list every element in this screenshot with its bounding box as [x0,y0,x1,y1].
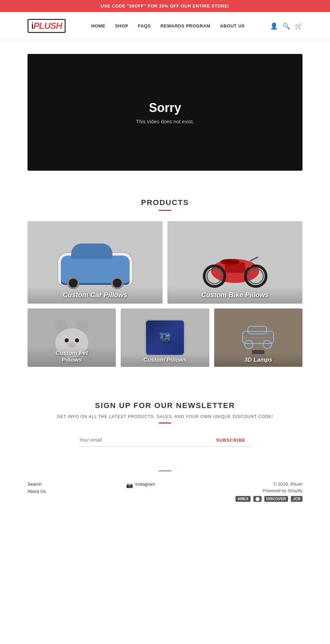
instagram-link[interactable]: Instagram [135,482,155,487]
title-underline [159,210,171,211]
footer-links: Search About Us 📷 Instagram © 2018, iPlu… [28,482,302,503]
products-title: PRODUCTS [28,198,302,207]
nav-icons: 👤 🔍 🛒 [270,22,302,30]
video-player: Sorry This video does not exist. [28,54,302,171]
logo[interactable]: iPLUSH [28,19,66,33]
newsletter-divider [159,422,171,423]
video-sorry-text: Sorry [149,101,181,115]
svg-point-12 [65,338,69,342]
email-input[interactable] [79,434,210,447]
products-grid-bottom: Custom PetPillows 🌃 Custom Pillows [28,308,302,367]
nav-shop[interactable]: SHOP [115,23,128,29]
instagram-icon: 📷 [126,482,133,488]
account-icon[interactable]: 👤 [270,22,278,30]
products-section: PRODUCTS Custom Car Pillows [0,184,330,381]
newsletter-subtitle: GET INFO ON ALL THE LATEST PRODUCTS, SAL… [28,414,302,419]
product-card-car[interactable]: Custom Car Pillows [28,221,163,304]
jcb-icon: JCB [291,496,302,502]
search-icon[interactable]: 🔍 [283,22,290,30]
discover-icon: DISCOVER [264,496,288,502]
footer-about-link[interactable]: About Us [28,489,46,494]
powered-text: Powered by Shopify [235,488,302,493]
newsletter-form: SUBSCRIBE [79,434,251,447]
newsletter-title: SIGN UP FOR OUR NEWSLETTER [28,401,302,410]
product-card-pet[interactable]: Custom PetPillows [28,308,116,367]
svg-point-19 [263,340,272,349]
subscribe-button[interactable]: SUBSCRIBE [210,434,251,447]
nav-about[interactable]: ABOUT US [220,23,245,29]
nav-faqs[interactable]: FAQS [138,23,151,29]
product-card-pillows[interactable]: 🌃 Custom Pillows [121,308,209,367]
footer-divider [159,471,171,471]
promo-banner: USE CODE "30OFF" FOR 30% OFF OUR ENTIRE … [0,0,330,12]
pet-product-label: Custom PetPillows [28,346,116,367]
svg-point-13 [75,338,79,342]
svg-line-7 [251,257,257,261]
logo-plush: PLUSH [33,21,62,31]
svg-point-18 [245,340,253,349]
amex-icon: AMEX [235,496,251,502]
main-nav: HOME SHOP FAQS REWARDS PROGRAM ABOUT US [91,23,245,29]
products-grid-top: Custom Car Pillows [28,221,302,304]
nav-home[interactable]: HOME [91,23,105,29]
lamps-product-label: 3D Lamps [214,353,302,367]
product-card-bike[interactable]: Custom Bike Pillows [167,221,302,304]
cart-icon[interactable]: 🛒 [295,22,302,30]
footer-right: © 2018, iPlush Powered by Shopify AMEX ⬤… [235,482,302,503]
copyright-text: © 2018, iPlush [235,482,302,487]
footer-left: Search About Us [28,482,46,496]
car-product-label: Custom Car Pillows [28,286,163,304]
newsletter-section: SIGN UP FOR OUR NEWSLETTER GET INFO ON A… [0,381,330,460]
payment-icons: AMEX ⬤ DISCOVER JCB [235,496,302,502]
pillows-product-label: Custom Pillows [121,353,209,367]
footer-search-link[interactable]: Search [28,482,46,487]
nav-rewards[interactable]: REWARDS PROGRAM [161,23,210,29]
footer-social[interactable]: 📷 Instagram [126,482,155,489]
product-card-lamps[interactable]: 3D Lamps [214,308,302,367]
promo-text: USE CODE "30OFF" FOR 30% OFF OUR ENTIRE … [101,3,229,9]
video-sub-text: This video does not exist. [136,118,194,124]
svg-point-8 [220,259,240,264]
site-header: iPLUSH HOME SHOP FAQS REWARDS PROGRAM AB… [0,12,330,40]
bike-product-label: Custom Bike Pillows [167,286,302,304]
svg-rect-17 [248,326,267,334]
site-footer: Search About Us 📷 Instagram © 2018, iPlu… [0,460,330,520]
diners-icon: ⬤ [253,496,262,502]
